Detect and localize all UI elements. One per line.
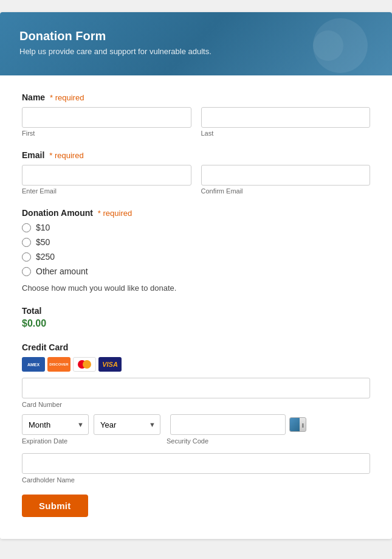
confirm-email-sub-label: Confirm Email — [201, 187, 371, 195]
radio-option-other[interactable]: Other amount — [22, 266, 370, 276]
header-title: Donation Form — [19, 29, 373, 43]
enter-email-sub-label: Enter Email — [22, 187, 191, 195]
last-name-input[interactable] — [201, 107, 371, 128]
first-name-input[interactable] — [22, 107, 191, 128]
month-select-wrapper: Month January February March April May J… — [22, 414, 89, 435]
radio-250[interactable] — [22, 252, 31, 262]
radio-option-50[interactable]: $50 — [22, 237, 370, 247]
discover-icon: DISCOVER — [47, 357, 70, 372]
expiry-date-label: Expiration Date — [22, 437, 162, 445]
expiry-security-labels-row: Expiration Date Security Code — [22, 437, 370, 453]
cardholder-label: Cardholder Name — [22, 476, 370, 484]
total-label: Total — [22, 306, 370, 316]
cardholder-name-input[interactable] — [22, 453, 370, 474]
name-row: First Last — [22, 107, 370, 137]
email-label: Email * required — [22, 150, 370, 160]
email-row: Enter Email Confirm Email — [22, 165, 370, 195]
radio-10[interactable] — [22, 223, 31, 232]
security-card-icon — [289, 417, 306, 432]
amex-icon: AMEX — [22, 357, 45, 372]
form-body: Name * required First Last Email * requi… — [0, 75, 392, 539]
enter-email-input[interactable] — [22, 165, 191, 186]
last-name-col: Last — [201, 107, 371, 137]
security-code-input[interactable] — [170, 414, 286, 435]
mastercard-icon — [73, 357, 96, 372]
year-select[interactable]: Year 2024 2025 2026 2027 2028 2029 2030 — [94, 414, 160, 435]
confirm-email-input[interactable] — [201, 165, 371, 186]
card-number-input[interactable] — [22, 378, 370, 398]
name-section: Name * required First Last — [22, 92, 370, 137]
email-required: * required — [49, 151, 83, 160]
email-section: Email * required Enter Email Confirm Ema… — [22, 150, 370, 195]
name-label: Name * required — [22, 92, 370, 102]
expiry-row: Month January February March April May J… — [22, 414, 370, 435]
first-sub-label: First — [22, 130, 191, 137]
enter-email-col: Enter Email — [22, 165, 191, 195]
first-name-col: First — [22, 107, 191, 137]
card-icons: AMEX DISCOVER VISA — [22, 357, 370, 372]
total-value: $0.00 — [22, 318, 370, 329]
visa-icon: VISA — [98, 357, 122, 372]
donation-hint: Choose how much you would like to donate… — [22, 283, 370, 293]
total-section: Total $0.00 — [22, 306, 370, 329]
card-number-label: Card Number — [22, 401, 370, 408]
donation-amount-label: Donation Amount * required — [22, 208, 370, 218]
confirm-email-col: Confirm Email — [201, 165, 371, 195]
radio-option-250[interactable]: $250 — [22, 252, 370, 262]
donation-required: * required — [98, 209, 132, 218]
year-select-wrapper: Year 2024 2025 2026 2027 2028 2029 2030 … — [94, 414, 160, 435]
submit-button[interactable]: Submit — [22, 495, 88, 517]
donation-radio-group: $10 $50 $250 Other amount — [22, 223, 370, 276]
name-required: * required — [50, 93, 84, 102]
month-select[interactable]: Month January February March April May J… — [22, 414, 89, 435]
radio-50[interactable] — [22, 238, 31, 247]
credit-card-label: Credit Card — [22, 342, 370, 352]
radio-option-10[interactable]: $10 — [22, 223, 370, 232]
security-code-wrapper — [170, 414, 306, 435]
donation-amount-section: Donation Amount * required $10 $50 $250 — [22, 208, 370, 293]
security-code-label: Security Code — [167, 437, 208, 445]
radio-other[interactable] — [22, 267, 31, 276]
header-subtitle: Help us provide care and support for vul… — [19, 47, 373, 56]
last-sub-label: Last — [201, 130, 371, 137]
credit-card-section: Credit Card AMEX DISCOVER VISA Card Numb… — [22, 342, 370, 484]
header-banner: Donation Form Help us provide care and s… — [0, 12, 392, 75]
page-wrapper: Donation Form Help us provide care and s… — [0, 12, 392, 539]
